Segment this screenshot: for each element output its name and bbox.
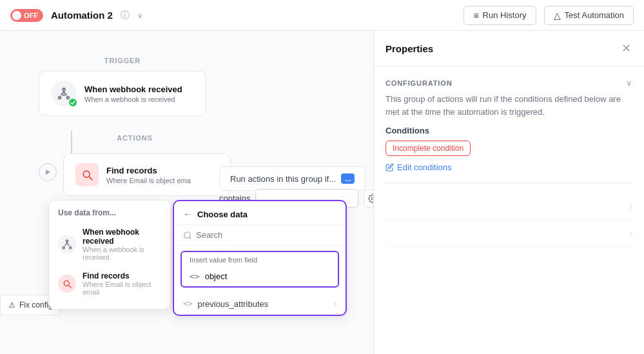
search-icon — [183, 231, 192, 240]
trigger-node[interactable]: When webhook received When a webhook is … — [39, 71, 206, 116]
action-title: Find records — [106, 166, 191, 175]
svg-line-5 — [89, 177, 92, 180]
choose-item-left: <> previous_attributes — [183, 299, 268, 309]
run-actions-bar: Run actions in this group if... ... — [219, 166, 366, 191]
config-section: CONFIGURATION ∨ This group of actions wi… — [385, 78, 632, 183]
svg-point-8 — [63, 247, 64, 249]
run-history-button[interactable]: ≡ Run History — [463, 6, 536, 25]
incomplete-condition-badge: Incomplete condition — [385, 141, 471, 156]
svg-line-13 — [190, 237, 191, 239]
svg-point-6 — [372, 197, 373, 200]
use-data-item-webhook-text: When webhook received When a webhook is … — [83, 228, 161, 261]
right-panel-chevron-2: › — [629, 228, 632, 238]
insert-item-object-label: object — [205, 271, 228, 281]
svg-point-4 — [83, 171, 90, 177]
use-data-find-title: Find records — [83, 271, 161, 280]
find-records-icon-wrap — [75, 163, 99, 186]
close-button[interactable]: ✕ — [620, 40, 632, 57]
right-panel-body: CONFIGURATION ∨ This group of actions wi… — [374, 66, 644, 354]
toggle-circle — [12, 11, 21, 20]
config-desc: This group of actions will run if the co… — [385, 93, 632, 118]
actions-section: ACTIONS Find records Where Email is obje… — [39, 134, 231, 196]
trigger-title: When webhook received — [84, 84, 182, 94]
choose-data-header: ← Choose data — [174, 201, 346, 225]
use-data-webhook-title: When webhook received — [83, 228, 161, 246]
svg-point-0 — [63, 88, 65, 91]
canvas: TRIGGER When — [0, 31, 373, 354]
blue-badge: ... — [341, 173, 355, 184]
choose-item-previous-attrs[interactable]: <> previous_attributes › — [174, 293, 346, 315]
right-panel-row-2[interactable]: › — [385, 220, 632, 246]
main: TRIGGER When — [0, 31, 644, 354]
run-history-label: Run History — [483, 10, 527, 20]
svg-marker-3 — [46, 170, 50, 175]
topbar: OFF Automation 2 ⓘ ∨ ≡ Run History △ Tes… — [0, 0, 644, 31]
toggle-button[interactable]: OFF — [10, 9, 43, 22]
trigger-label: TRIGGER — [39, 57, 206, 64]
conditions-label: Conditions — [385, 126, 632, 135]
test-automation-label: Test Automation — [565, 10, 625, 20]
chevron-right-icon: › — [333, 298, 337, 310]
action-play-icon — [39, 163, 57, 181]
use-data-webhook-icon-wrap — [58, 235, 76, 253]
action-text: Find records Where Email is object ema — [106, 166, 191, 184]
action-node[interactable]: Find records Where Email is object ema — [63, 153, 231, 196]
chevron-down-icon[interactable]: ∨ — [137, 11, 143, 20]
choose-data-title: Choose data — [197, 210, 248, 219]
fix-config-label: Fix config — [19, 300, 52, 310]
toggle-label: OFF — [24, 12, 38, 19]
use-data-item-webhook[interactable]: When webhook received When a webhook is … — [49, 222, 170, 266]
choose-data-search-row — [174, 225, 346, 246]
config-section-header: CONFIGURATION ∨ — [385, 78, 632, 88]
action-row: Find records Where Email is object ema — [39, 148, 231, 196]
use-data-webhook-subtitle: When a webhook is received — [83, 246, 161, 261]
test-automation-button[interactable]: △ Test Automation — [544, 6, 634, 25]
run-actions-text: Run actions in this group if... — [230, 174, 336, 184]
gear-button[interactable] — [364, 190, 373, 208]
choose-data-back-btn[interactable]: ← — [183, 209, 192, 219]
warning-icon: ⚠ — [8, 300, 15, 310]
use-data-item-find-text: Find records Where Email is object email — [83, 271, 161, 296]
choose-item-prev-attrs-label: previous_attributes — [197, 299, 268, 309]
use-data-find-subtitle: Where Email is object email — [83, 280, 161, 296]
svg-point-7 — [66, 240, 68, 242]
svg-point-12 — [184, 231, 190, 237]
code-icon-prev-attrs: <> — [183, 299, 192, 308]
actions-label: ACTIONS — [39, 134, 231, 142]
svg-point-10 — [64, 280, 69, 286]
test-icon: △ — [554, 10, 561, 21]
svg-point-1 — [59, 97, 61, 99]
right-panel-header: Properties ✕ — [374, 31, 644, 66]
trigger-check-icon — [68, 97, 78, 108]
insert-section-label: Insert value from field — [182, 252, 338, 266]
webhook-small-icon — [61, 239, 73, 250]
find-small-icon — [62, 279, 72, 289]
trigger-section: TRIGGER When — [39, 57, 206, 116]
info-icon[interactable]: ⓘ — [121, 10, 130, 21]
insert-item-object[interactable]: <> object — [182, 266, 338, 286]
svg-line-11 — [69, 286, 72, 288]
run-history-icon: ≡ — [473, 10, 478, 21]
edit-conditions-button[interactable]: Edit conditions — [385, 162, 452, 172]
edit-pencil-icon — [385, 163, 394, 172]
right-panel-row-1[interactable]: › — [385, 193, 632, 220]
use-data-find-icon-wrap — [58, 275, 76, 293]
use-data-panel: Use data from... When webhook received W… — [48, 200, 171, 310]
right-panel-chevron-1: › — [629, 201, 632, 211]
trigger-icon-wrap — [51, 81, 77, 106]
choose-data-search-input[interactable] — [196, 230, 337, 240]
automation-title: Automation 2 — [51, 10, 113, 21]
find-records-icon — [81, 168, 93, 181]
svg-point-9 — [70, 247, 72, 249]
trigger-subtitle: When a webhook is received — [84, 95, 182, 103]
action-subtitle: Where Email is object ema — [106, 177, 191, 184]
use-data-title: Use data from... — [49, 208, 170, 222]
config-collapse-icon[interactable]: ∨ — [626, 78, 632, 88]
insert-value-section: Insert value from field <> object — [181, 251, 339, 288]
right-panel-title: Properties — [385, 43, 433, 54]
config-section-label: CONFIGURATION — [385, 79, 453, 87]
use-data-item-find[interactable]: Find records Where Email is object email — [49, 266, 170, 301]
choose-data-panel: ← Choose data Insert value from field <>… — [173, 200, 347, 316]
trigger-text: When webhook received When a webhook is … — [84, 84, 182, 103]
edit-conditions-label: Edit conditions — [397, 162, 452, 172]
